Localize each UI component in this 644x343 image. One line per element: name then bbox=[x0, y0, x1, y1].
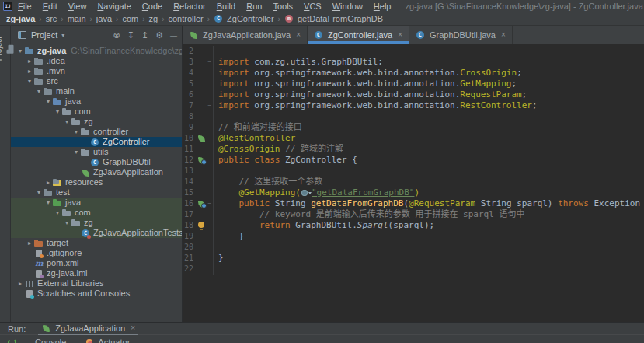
close-icon[interactable]: × bbox=[501, 30, 506, 39]
tab-zgcontroller-java[interactable]: ZgController.java× bbox=[308, 26, 409, 44]
tree-expanded-arrow-icon[interactable]: ▾ bbox=[53, 107, 62, 117]
fold-marker-icon[interactable]: − bbox=[207, 198, 214, 209]
locate-icon[interactable] bbox=[113, 30, 120, 40]
collapse-all-icon[interactable] bbox=[127, 30, 134, 40]
menu-run[interactable]: Run bbox=[246, 2, 262, 11]
settings-icon[interactable] bbox=[155, 30, 163, 40]
code-area[interactable]: 23−import com.zg.utils.GraphDBUtil;4impo… bbox=[183, 44, 644, 322]
project-panel-title[interactable]: Project bbox=[31, 30, 57, 40]
tree-expanded-arrow-icon[interactable]: ▾ bbox=[44, 198, 53, 208]
menu-vcs[interactable]: VCS bbox=[304, 2, 322, 11]
breadcrumb-item-zg-java[interactable]: zg-java bbox=[6, 14, 35, 23]
tree-collapsed-arrow-icon[interactable]: ▸ bbox=[44, 177, 53, 187]
tree-expanded-arrow-icon[interactable]: ▾ bbox=[34, 187, 44, 198]
menu-refactor[interactable]: Refactor bbox=[173, 2, 206, 11]
tree-collapsed-arrow-icon[interactable]: ▸ bbox=[16, 278, 25, 289]
run-tab[interactable]: ZgJavaApplication × bbox=[38, 322, 138, 335]
menu-edit[interactable]: Edit bbox=[43, 2, 57, 11]
breadcrumb-item-com[interactable]: com bbox=[122, 14, 138, 23]
line-number[interactable]: 19 bbox=[183, 231, 197, 242]
run-bottom-tab-actuator[interactable]: Actuator bbox=[85, 338, 130, 343]
run-bottom-tab-console[interactable]: Console bbox=[35, 338, 66, 343]
menu-window[interactable]: Window bbox=[332, 2, 363, 11]
tree-expanded-arrow-icon[interactable]: ▾ bbox=[34, 86, 44, 96]
tree-item-test[interactable]: ▾test bbox=[11, 187, 182, 198]
bean-gutter-icon[interactable] bbox=[197, 155, 207, 166]
tree-expanded-arrow-icon[interactable]: ▾ bbox=[62, 218, 71, 228]
breadcrumb-item-java[interactable]: java bbox=[96, 14, 112, 23]
line-number[interactable]: 12 bbox=[183, 155, 197, 166]
tree-item-controller[interactable]: ▾controller bbox=[11, 127, 182, 137]
breadcrumb-item-controller[interactable]: controller bbox=[168, 14, 203, 23]
tree-collapsed-arrow-icon[interactable]: ▸ bbox=[25, 238, 34, 248]
tree-item-java[interactable]: ▾java bbox=[11, 198, 182, 208]
tree-expanded-arrow-icon[interactable]: ▾ bbox=[53, 208, 62, 218]
line-number[interactable]: 7 bbox=[183, 100, 197, 111]
tree-item-zg[interactable]: ▾zg bbox=[11, 218, 182, 228]
tree-item-zg[interactable]: ▾zg bbox=[11, 117, 182, 127]
menu-help[interactable]: Help bbox=[374, 2, 392, 11]
tree-item-mvn[interactable]: ▸.mvn bbox=[11, 66, 182, 76]
fold-marker-icon[interactable]: − bbox=[207, 100, 214, 111]
close-icon[interactable]: × bbox=[131, 324, 135, 332]
breadcrumb-item-getdatafromgraphdb[interactable]: getDataFromGraphDB bbox=[284, 14, 383, 23]
tree-expanded-arrow-icon[interactable]: ▾ bbox=[71, 147, 81, 157]
line-number[interactable]: 17 bbox=[183, 209, 197, 220]
spring-gutter-icon[interactable] bbox=[197, 133, 207, 144]
tree-item-main[interactable]: ▾main bbox=[11, 86, 182, 96]
tree-item-pom-xml[interactable]: pom.xml bbox=[11, 258, 182, 268]
breadcrumb-item-zg[interactable]: zg bbox=[149, 14, 158, 23]
project-tool-button[interactable]: Project bbox=[0, 37, 16, 61]
menu-tools[interactable]: Tools bbox=[273, 2, 293, 11]
line-number[interactable]: 11 bbox=[183, 144, 197, 155]
menu-view[interactable]: View bbox=[68, 2, 87, 11]
line-number[interactable]: 6 bbox=[183, 89, 197, 100]
line-number[interactable]: 3 bbox=[183, 57, 197, 68]
breadcrumb-item-src[interactable]: src bbox=[46, 14, 57, 23]
tree-collapsed-arrow-icon[interactable]: ▸ bbox=[25, 66, 34, 76]
fold-marker-icon[interactable]: − bbox=[207, 231, 214, 242]
tree-collapsed-arrow-icon[interactable]: ▸ bbox=[25, 56, 34, 66]
close-icon[interactable]: × bbox=[296, 30, 301, 39]
tree-item-utils[interactable]: ▾utils bbox=[11, 147, 182, 157]
tree-item-com[interactable]: ▾com bbox=[11, 107, 182, 117]
menu-code[interactable]: Code bbox=[142, 2, 162, 11]
tree-expanded-arrow-icon[interactable]: ▾ bbox=[25, 76, 34, 86]
breadcrumb-item-zgcontroller[interactable]: ZgController bbox=[214, 14, 274, 23]
hide-icon[interactable] bbox=[170, 30, 177, 40]
line-number[interactable]: 13 bbox=[183, 166, 197, 177]
line-number[interactable]: 15 bbox=[183, 187, 197, 198]
close-icon[interactable]: × bbox=[398, 30, 402, 39]
fold-marker-icon[interactable]: − bbox=[207, 133, 214, 144]
fold-marker-icon[interactable]: − bbox=[207, 144, 214, 155]
tree-item-scratches-and-consoles[interactable]: Scratches and Consoles bbox=[11, 289, 182, 299]
tree-item-external-libraries[interactable]: ▸External Libraries bbox=[11, 278, 182, 289]
tree-item-com[interactable]: ▾com bbox=[11, 208, 182, 218]
line-number[interactable]: 10 bbox=[183, 133, 197, 144]
bean-gutter-icon[interactable] bbox=[197, 198, 207, 209]
tree-expanded-arrow-icon[interactable]: ▾ bbox=[16, 46, 25, 56]
tab-zgjavaapplication-java[interactable]: ZgJavaApplication.java× bbox=[183, 26, 308, 44]
tree-item-zg-java-iml[interactable]: zg-java.iml bbox=[11, 268, 182, 278]
bulb-gutter-icon[interactable] bbox=[197, 220, 207, 231]
menu-navigate[interactable]: Navigate bbox=[97, 2, 131, 11]
fold-marker-icon[interactable]: − bbox=[207, 57, 214, 68]
line-number[interactable]: 5 bbox=[183, 79, 197, 89]
tab-graphdbutil-java[interactable]: GraphDBUtil.java× bbox=[409, 26, 513, 44]
tree-item-gitignore[interactable]: .gitignore bbox=[11, 248, 182, 258]
tree-expanded-arrow-icon[interactable]: ▾ bbox=[44, 96, 53, 107]
expand-all-icon[interactable] bbox=[141, 30, 148, 40]
line-number[interactable]: 2 bbox=[183, 46, 197, 57]
line-number[interactable]: 18 bbox=[183, 220, 197, 231]
tree-item-zgcontroller[interactable]: ZgController bbox=[11, 137, 182, 147]
tree-item-zgjavaapplicationtests[interactable]: ZgJavaApplicationTests bbox=[11, 228, 182, 238]
line-number[interactable]: 4 bbox=[183, 68, 197, 79]
line-number[interactable]: 20 bbox=[183, 242, 197, 253]
line-number[interactable]: 16 bbox=[183, 198, 197, 209]
line-number[interactable]: 21 bbox=[183, 253, 197, 264]
breadcrumb-item-main[interactable]: main bbox=[68, 14, 86, 23]
line-number[interactable]: 9 bbox=[183, 122, 197, 133]
rerun-icon[interactable] bbox=[6, 338, 16, 343]
line-number[interactable]: 14 bbox=[183, 177, 197, 187]
line-number[interactable]: 22 bbox=[183, 264, 197, 275]
